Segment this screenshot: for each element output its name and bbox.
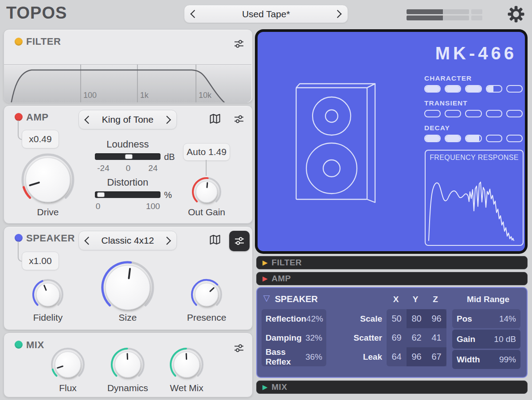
segment[interactable] — [486, 85, 502, 93]
preset-next-icon[interactable] — [333, 10, 341, 18]
frequency-response-curve — [426, 151, 521, 243]
filter-row-label: FILTER — [272, 258, 302, 268]
param-label: Bass Reflex — [266, 347, 305, 367]
param-value[interactable]: 10 dB — [494, 334, 516, 344]
wet-mix-knob[interactable] — [168, 346, 205, 383]
amp-settings-button[interactable] — [232, 112, 246, 126]
distortion-slider-handle[interactable] — [97, 192, 105, 197]
table-row: Damping32% — [266, 328, 322, 347]
speaker-left-params: Reflection42%Damping32%Bass Reflex36% — [262, 309, 326, 366]
xyz-value-cell[interactable]: 80 — [407, 309, 426, 328]
flux-knob[interactable] — [50, 346, 86, 383]
segment[interactable] — [506, 110, 523, 117]
xyz-value-cell[interactable]: 62 — [407, 328, 426, 347]
xyz-value-cell[interactable]: 96 — [407, 347, 426, 366]
segment[interactable] — [424, 110, 441, 117]
cabinet-blueprint-panel: MK-466 CHARACTERTRANSIENTDECAY FREQUENCY… — [258, 32, 525, 251]
transient-segments[interactable] — [424, 110, 523, 117]
speaker-section-title: SPEAKER — [26, 233, 75, 244]
loudness-scale-max: 24 — [144, 163, 162, 173]
segment[interactable] — [506, 85, 523, 93]
xyz-value-cell[interactable]: 96 — [426, 309, 446, 328]
loudness-scale-mid: 0 — [119, 163, 137, 173]
segment[interactable] — [445, 110, 461, 117]
segment[interactable] — [506, 135, 523, 142]
freq-tick-1k: 1k — [140, 91, 149, 100]
cabinet-params[interactable]: CHARACTERTRANSIENTDECAY — [424, 74, 523, 149]
amp-browse-button[interactable] — [208, 112, 222, 126]
speaker-settings-button[interactable] — [229, 231, 250, 251]
segment[interactable] — [465, 110, 481, 117]
xyz-value-cell[interactable]: 41 — [426, 328, 446, 347]
knob-graphic — [31, 278, 65, 311]
character-segments[interactable] — [424, 85, 523, 93]
speaker-preset-name[interactable]: Classic 4x12 — [91, 235, 164, 246]
preset-name[interactable]: Used Tape* — [197, 9, 335, 19]
param-label: CHARACTER — [424, 74, 523, 82]
mix-collapsed-row[interactable]: MIX — [256, 381, 528, 394]
settings-gear-icon[interactable] — [507, 5, 525, 23]
segment[interactable] — [445, 85, 461, 93]
segment[interactable] — [465, 85, 481, 93]
xyz-value-cell[interactable]: 67 — [426, 347, 446, 366]
param-value[interactable]: 42% — [306, 314, 323, 324]
param-value[interactable]: 14% — [499, 314, 516, 324]
flux-knob-label: Flux — [41, 383, 94, 393]
amp-multiplier-badge[interactable]: x0.49 — [22, 130, 59, 148]
fidelity-knob-label: Fidelity — [21, 312, 74, 323]
filter-response-graph[interactable]: 100 1k 10k — [4, 64, 251, 102]
out-gain-knob[interactable] — [191, 176, 223, 208]
amp-collapsed-row[interactable]: AMP — [256, 272, 528, 285]
filter-collapsed-row[interactable]: FILTER — [256, 256, 528, 269]
expand-arrow-icon[interactable] — [262, 259, 268, 267]
speaker-multiplier-badge[interactable]: x1.00 — [22, 252, 59, 270]
mix-settings-button[interactable] — [232, 341, 246, 355]
speaker-xyz-grid: 508096696241649667 — [387, 309, 446, 366]
distortion-scale-max: 100 — [144, 202, 162, 211]
mix-enable-dot[interactable] — [15, 341, 23, 349]
speaker-preset-next-icon[interactable] — [163, 237, 171, 245]
segment[interactable] — [424, 135, 441, 142]
distortion-scale-min: 0 — [89, 202, 107, 211]
segment[interactable] — [445, 135, 461, 142]
presence-knob-label: Presence — [180, 312, 233, 323]
param-value[interactable]: 36% — [305, 352, 322, 362]
segment[interactable] — [486, 135, 502, 142]
amp-preset-selector[interactable]: King of Tone — [78, 110, 177, 129]
loudness-slider-handle[interactable] — [125, 154, 133, 159]
segment[interactable] — [486, 110, 502, 117]
segment[interactable] — [424, 85, 441, 93]
xyz-value-cell[interactable]: 64 — [387, 347, 407, 366]
filter-enable-dot[interactable] — [15, 38, 23, 46]
speaker-enable-dot[interactable] — [15, 234, 23, 242]
distortion-slider[interactable] — [95, 191, 160, 198]
expand-arrow-icon[interactable] — [262, 275, 268, 283]
amp-preset-next-icon[interactable] — [163, 116, 171, 124]
filter-settings-button[interactable] — [232, 37, 246, 51]
xyz-value-cell[interactable]: 69 — [387, 328, 407, 347]
segment[interactable] — [465, 135, 481, 142]
out-gain-auto-badge[interactable]: Auto 1.49 — [183, 143, 230, 161]
speaker-mid-range-params: Pos14%Gain10 dBWidth99% — [452, 309, 520, 366]
param-value[interactable]: 32% — [305, 333, 322, 343]
preset-selector[interactable]: Used Tape* — [184, 5, 348, 23]
drive-knob[interactable] — [20, 152, 75, 207]
amp-enable-dot[interactable] — [15, 113, 23, 121]
loudness-slider[interactable] — [95, 153, 160, 160]
fidelity-knob[interactable] — [31, 278, 65, 311]
dynamics-knob[interactable] — [110, 346, 146, 383]
amp-preset-name[interactable]: King of Tone — [91, 114, 164, 125]
expand-arrow-icon[interactable] — [262, 383, 268, 391]
column-header-mid-range: Mid Range — [455, 295, 521, 304]
mix-section-title: MIX — [26, 339, 44, 351]
collapse-arrow-icon[interactable] — [263, 293, 270, 303]
speaker-preset-selector[interactable]: Classic 4x12 — [78, 231, 177, 250]
presence-knob[interactable] — [190, 278, 223, 311]
meter-bar-top — [407, 9, 469, 14]
speaker-browse-button[interactable] — [208, 233, 222, 247]
size-knob[interactable] — [100, 260, 155, 315]
app-logo: TOPOS — [6, 4, 67, 23]
xyz-value-cell[interactable]: 50 — [387, 309, 407, 328]
param-value[interactable]: 99% — [499, 355, 516, 365]
decay-segments[interactable] — [424, 135, 523, 142]
